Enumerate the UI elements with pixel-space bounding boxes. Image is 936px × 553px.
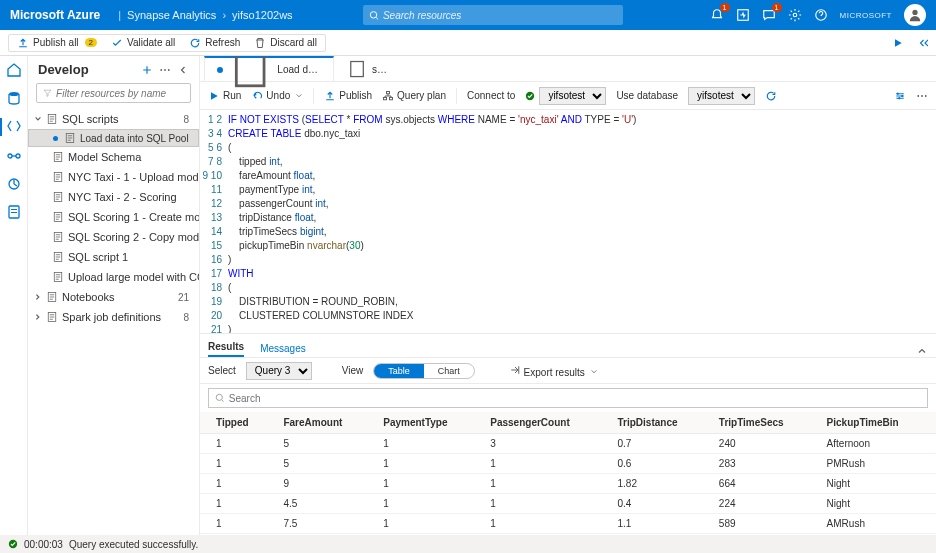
table-row[interactable]: 15130.7240Afternoon (200, 434, 936, 454)
view-chart[interactable]: Chart (424, 364, 474, 378)
sql-editor[interactable]: 1 2 3 4 5 6 7 8 9 10 11 12 13 14 15 16 1… (200, 110, 936, 334)
file-tab[interactable]: sparkjob (334, 56, 403, 81)
file-tab[interactable]: Load data into SQL P... (204, 56, 334, 81)
undo-icon (251, 90, 263, 102)
more-icon[interactable] (159, 64, 171, 76)
notifications-icon[interactable]: 1 (710, 8, 724, 22)
home-icon[interactable] (6, 62, 22, 78)
filter-resources[interactable] (36, 83, 191, 103)
validate-all-button[interactable]: Validate all (111, 37, 175, 49)
publish-button[interactable]: Publish (324, 90, 372, 102)
status-bar: 00:00:03 Query executed successfully. (0, 535, 936, 553)
tab-messages[interactable]: Messages (260, 343, 306, 357)
feedback-icon[interactable]: 1 (762, 8, 776, 22)
refresh-button[interactable]: Refresh (189, 37, 240, 49)
discard-all-button[interactable]: Discard all (254, 37, 317, 49)
file-tabs: Load data into SQL P...sparkjob (200, 56, 936, 82)
tree-item[interactable]: NYC Taxi - 2 - Scoring (28, 187, 199, 207)
publish-icon (324, 90, 336, 102)
develop-panel: Develop SQL scripts8Load data into SQL P… (28, 56, 200, 535)
svg-point-6 (8, 154, 12, 158)
breadcrumb-service[interactable]: Synapse Analytics (127, 9, 216, 21)
help-icon[interactable] (814, 8, 828, 22)
success-icon (8, 539, 18, 549)
collapse-side-icon[interactable] (177, 64, 189, 76)
filter-icon (43, 88, 52, 98)
query-select[interactable]: Query 3 (246, 362, 312, 380)
more-toolbar-icon[interactable] (916, 90, 928, 102)
collapse-panel-icon[interactable] (916, 37, 928, 49)
tree-item[interactable]: SQL script 1 (28, 247, 199, 267)
svg-rect-10 (11, 209, 17, 210)
manage-icon[interactable] (6, 204, 22, 220)
data-icon[interactable] (6, 90, 22, 106)
add-icon[interactable] (141, 64, 153, 76)
integrate-icon[interactable] (6, 148, 22, 164)
col-header[interactable]: Tipped (200, 412, 275, 434)
col-header[interactable]: FareAmount (275, 412, 375, 434)
undo-button[interactable]: Undo (251, 90, 303, 102)
svg-rect-27 (351, 61, 364, 76)
svg-point-12 (160, 69, 162, 71)
global-search-input[interactable] (383, 10, 617, 21)
monitor-icon[interactable] (6, 176, 22, 192)
table-row[interactable]: 17.5111.1589AMRush (200, 514, 936, 534)
svg-point-0 (370, 11, 376, 17)
results-search-input[interactable] (229, 393, 921, 404)
svg-point-36 (921, 95, 923, 97)
breadcrumb-workspace[interactable]: yifso1202ws (232, 9, 293, 21)
results-tabs: Results Messages (200, 334, 936, 358)
tree-item[interactable]: SQL Scoring 2 - Copy model into mo... (28, 227, 199, 247)
diagnostics-icon[interactable] (736, 8, 750, 22)
table-row[interactable]: 15110.6283PMRush (200, 454, 936, 474)
run-button[interactable]: Run (208, 90, 241, 102)
svg-point-37 (925, 95, 927, 97)
editor-area: Load data into SQL P...sparkjob Run Undo… (200, 56, 936, 535)
tree-item[interactable]: Model Schema (28, 147, 199, 167)
tree-item[interactable]: SQL Scoring 1 - Create model table (28, 207, 199, 227)
sql-toolbar: Run Undo Publish Query plan Connect to y… (200, 82, 936, 110)
svg-point-4 (912, 10, 917, 15)
search-icon (369, 10, 379, 21)
col-header[interactable]: PickupTimeBin (819, 412, 936, 434)
svg-point-38 (216, 394, 222, 400)
tab-results[interactable]: Results (208, 341, 244, 357)
azure-topbar: Microsoft Azure | Synapse Analytics › yi… (0, 0, 936, 30)
global-search[interactable] (363, 5, 623, 25)
tree-item[interactable]: Upload large model with COPY INTO (28, 267, 199, 287)
upload-icon (17, 37, 29, 49)
view-toggle[interactable]: Table Chart (373, 363, 475, 379)
table-row[interactable]: 14.5110.4224Night (200, 494, 936, 514)
col-header[interactable]: TripDistance (610, 412, 711, 434)
view-table[interactable]: Table (374, 364, 424, 378)
develop-rail-item[interactable] (0, 118, 22, 136)
svg-point-33 (902, 95, 904, 97)
refresh-db-icon[interactable] (765, 90, 777, 102)
results-grid[interactable]: TippedFareAmountPaymentTypePassengerCoun… (200, 412, 936, 535)
tree-group[interactable]: Spark job definitions8 (28, 307, 199, 327)
pool-select[interactable]: yifsotest (525, 87, 606, 105)
col-header[interactable]: PassengerCount (482, 412, 609, 434)
tree-group[interactable]: SQL scripts8 (28, 109, 199, 129)
results-search[interactable] (208, 388, 928, 408)
filter-input[interactable] (56, 88, 184, 99)
use-db-label: Use database (616, 90, 678, 101)
svg-point-35 (917, 95, 919, 97)
svg-rect-29 (384, 97, 387, 99)
user-avatar[interactable] (904, 4, 926, 26)
tree-group[interactable]: Notebooks21 (28, 287, 199, 307)
col-header[interactable]: PaymentType (375, 412, 482, 434)
publish-all-button[interactable]: Publish all2 (17, 37, 97, 49)
collapse-results-icon[interactable] (916, 345, 928, 357)
export-results-button[interactable]: Export results (509, 364, 598, 378)
tree-item[interactable]: Load data into SQL Pool (28, 129, 199, 147)
run-all-icon[interactable] (892, 37, 904, 49)
tree-item[interactable]: NYC Taxi - 1 - Upload model (28, 167, 199, 187)
db-select[interactable]: yifsotest (688, 87, 755, 105)
col-header[interactable]: TripTimeSecs (711, 412, 819, 434)
table-row[interactable]: 19111.82664Night (200, 474, 936, 494)
settings-icon[interactable] (788, 8, 802, 22)
settings-toolbar-icon[interactable] (894, 90, 906, 102)
results-toolbar: Select Query 3 View Table Chart Export r… (200, 358, 936, 384)
query-plan-button[interactable]: Query plan (382, 90, 446, 102)
